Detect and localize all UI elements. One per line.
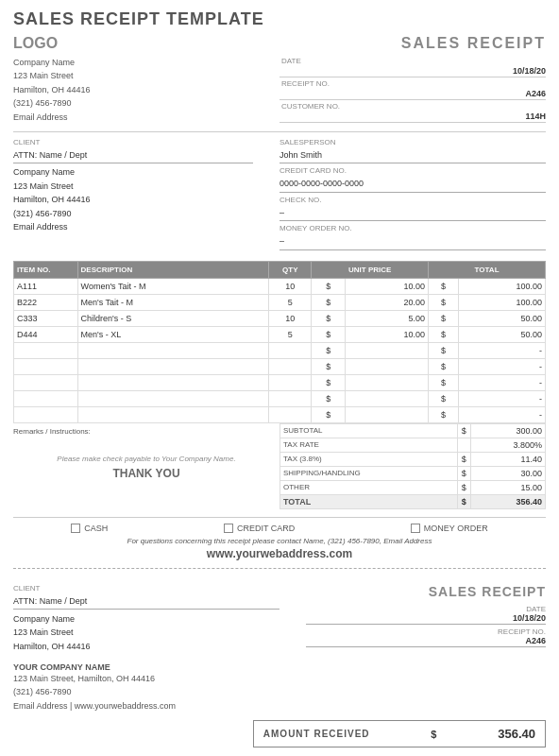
unit-dollar: $ bbox=[312, 294, 346, 310]
item-desc bbox=[77, 374, 269, 390]
stub-client-label: CLIENT bbox=[13, 584, 280, 593]
remarks-block: Remarks / Instructions: Please make chec… bbox=[13, 423, 280, 509]
total-dollar: $ bbox=[429, 310, 459, 326]
amount-dollar: $ bbox=[431, 729, 436, 740]
cash-checkbox[interactable] bbox=[71, 524, 80, 533]
receipt-divider bbox=[13, 568, 546, 569]
table-row: $ $ - bbox=[14, 406, 546, 422]
footer-website: www.yourwebaddress.com bbox=[13, 547, 546, 560]
credit-card-checkbox[interactable] bbox=[224, 524, 233, 533]
total-amount: 50.00 bbox=[459, 326, 546, 342]
money-order-checkbox[interactable] bbox=[411, 524, 420, 533]
item-desc bbox=[77, 390, 269, 406]
tax-dollar: $ bbox=[457, 452, 470, 466]
item-no: D444 bbox=[14, 326, 78, 342]
other-label: OTHER bbox=[280, 480, 458, 494]
total-dollar: $ bbox=[429, 278, 459, 294]
tax-rate-label: TAX RATE bbox=[280, 438, 458, 452]
thankyou-area: Please make check payable to Your Compan… bbox=[13, 455, 280, 480]
mid-section: CLIENT ATTN: Name / Dept Company Name 12… bbox=[13, 131, 546, 253]
item-desc: Women's Tait - M bbox=[77, 278, 269, 294]
stub-receipt-no-value: A246 bbox=[306, 636, 546, 645]
cash-payment: CASH bbox=[71, 524, 108, 533]
item-qty: 5 bbox=[269, 326, 312, 342]
unit-price bbox=[346, 358, 429, 374]
receipt-stub: CLIENT ATTN: Name / Dept Company Name 12… bbox=[13, 576, 546, 748]
amount-received-box: AMOUNT RECEIVED $ 356.40 bbox=[253, 720, 546, 747]
header: SALES RECEIPT TEMPLATE bbox=[13, 9, 546, 29]
unit-price: 5.00 bbox=[346, 310, 429, 326]
col-qty: QTY bbox=[269, 261, 312, 278]
payment-row: CASH CREDIT CARD MONEY ORDER bbox=[13, 517, 546, 533]
item-desc bbox=[77, 358, 269, 374]
check-payable-text: Please make check payable to Your Compan… bbox=[13, 455, 280, 463]
col-description: DESCRIPTION bbox=[77, 261, 269, 278]
money-order-value: – bbox=[280, 234, 546, 248]
stub-date-label: DATE bbox=[306, 605, 546, 613]
unit-price bbox=[346, 406, 429, 422]
money-order-label: MONEY ORDER bbox=[424, 524, 488, 533]
table-row: $ $ - bbox=[14, 390, 546, 406]
unit-dollar: $ bbox=[312, 374, 346, 390]
credit-card-label: CREDIT CARD NO. bbox=[280, 166, 546, 175]
unit-dollar: $ bbox=[312, 358, 346, 374]
item-no bbox=[14, 406, 78, 422]
item-qty bbox=[269, 342, 312, 358]
customer-no-label: CUSTOMER NO. bbox=[280, 100, 546, 112]
item-qty: 5 bbox=[269, 294, 312, 310]
stub-company-address: 123 Main Street, Hamilton, OH 44416 bbox=[13, 672, 546, 685]
shipping-label: SHIPPING/HANDLING bbox=[280, 466, 458, 480]
credit-card-label: CREDIT CARD bbox=[237, 524, 295, 533]
total-dollar: $ bbox=[429, 342, 459, 358]
amount-value: 356.40 bbox=[498, 727, 535, 741]
item-qty: 10 bbox=[269, 278, 312, 294]
check-label: CHECK NO. bbox=[280, 196, 546, 204]
total-dollar: $ bbox=[429, 358, 459, 374]
stub-company: Company Name bbox=[13, 612, 280, 626]
stub-date-value: 10/18/20 bbox=[306, 613, 546, 623]
logo-block: LOGO Company Name 123 Main Street Hamilt… bbox=[13, 35, 253, 124]
date-value: 10/18/20 bbox=[280, 66, 546, 76]
col-total: TOTAL bbox=[429, 261, 546, 278]
item-qty: 10 bbox=[269, 310, 312, 326]
table-row: D444 Men's - XL 5 $ 10.00 $ 50.00 bbox=[14, 326, 546, 342]
unit-price: 10.00 bbox=[346, 326, 429, 342]
total-dollar: $ bbox=[429, 374, 459, 390]
unit-dollar: $ bbox=[312, 342, 346, 358]
unit-dollar: $ bbox=[312, 406, 346, 422]
unit-price bbox=[346, 390, 429, 406]
stub-receipt-title: SALES RECEIPT bbox=[306, 584, 546, 599]
top-section: LOGO Company Name 123 Main Street Hamilt… bbox=[13, 35, 546, 124]
company-phone: (321) 456-7890 bbox=[13, 96, 253, 110]
item-no bbox=[14, 358, 78, 374]
total-amount: - bbox=[459, 406, 546, 422]
tax-label: TAX (3.8%) bbox=[280, 452, 458, 466]
table-row: A111 Women's Tait - M 10 $ 10.00 $ 100.0… bbox=[14, 278, 546, 294]
item-desc bbox=[77, 406, 269, 422]
subtotal-dollar: $ bbox=[457, 423, 470, 438]
stub-company-name: YOUR COMPANY NAME bbox=[13, 662, 546, 672]
total-amount: - bbox=[459, 374, 546, 390]
item-no bbox=[14, 342, 78, 358]
salesperson-label: SALESPERSON bbox=[280, 138, 546, 146]
subtotal-label: SUBTOTAL bbox=[280, 423, 458, 438]
tax-rate-value: 3.800% bbox=[470, 438, 545, 452]
table-row: $ $ - bbox=[14, 342, 546, 358]
stub-client-block: CLIENT ATTN: Name / Dept Company Name 12… bbox=[13, 584, 280, 654]
item-desc: Men's Tait - M bbox=[77, 294, 269, 310]
total-dollar: $ bbox=[429, 326, 459, 342]
client-block: CLIENT ATTN: Name / Dept Company Name 12… bbox=[13, 138, 253, 253]
unit-dollar: $ bbox=[312, 326, 346, 342]
company-address: Company Name 123 Main Street Hamilton, O… bbox=[13, 56, 253, 124]
table-row: C333 Children's - S 10 $ 5.00 $ 50.00 bbox=[14, 310, 546, 326]
stub-address1: 123 Main Street bbox=[13, 626, 280, 639]
receipt-no-label: RECEIPT NO. bbox=[280, 77, 546, 90]
stub-company-phone: (321) 456-7890 bbox=[13, 685, 546, 698]
item-no: A111 bbox=[14, 278, 78, 294]
credit-card-payment: CREDIT CARD bbox=[224, 524, 295, 533]
item-no bbox=[14, 374, 78, 390]
table-row: $ $ - bbox=[14, 358, 546, 374]
tax-value: 11.40 bbox=[470, 452, 545, 466]
subtotal-value: 300.00 bbox=[470, 423, 545, 438]
logo-text: LOGO bbox=[13, 35, 253, 52]
